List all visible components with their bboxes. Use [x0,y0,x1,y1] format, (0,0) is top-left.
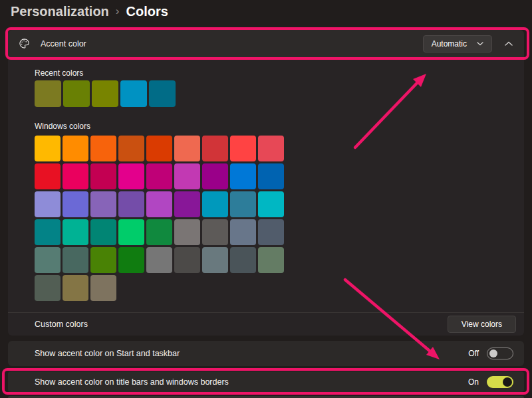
custom-colors-label: Custom colors [35,320,448,329]
color-swatch[interactable] [146,247,172,273]
expander-collapse-button[interactable] [503,38,515,50]
color-swatch[interactable] [230,247,256,273]
setting-label: Show accent color on title bars and wind… [35,377,468,387]
recent-colors-label: Recent colors [35,68,83,78]
setting-row-title-bars: Show accent color on title bars and wind… [8,371,524,392]
color-swatch[interactable] [120,80,147,107]
color-swatch[interactable] [90,136,116,161]
color-swatch[interactable] [63,219,88,245]
color-swatch[interactable] [90,247,116,273]
color-swatch[interactable] [63,275,88,301]
color-swatch[interactable] [230,219,256,245]
color-swatch[interactable] [63,163,88,189]
color-swatch[interactable] [174,191,200,217]
color-swatch[interactable] [35,275,61,301]
color-swatch[interactable] [146,136,172,161]
breadcrumb-chevron-icon: › [116,5,120,18]
color-swatch[interactable] [63,191,88,217]
accent-color-label: Accent color [41,39,423,49]
chevron-up-icon [505,41,513,46]
color-swatch[interactable] [118,163,144,189]
color-swatch[interactable] [202,191,228,217]
start-taskbar-toggle[interactable] [487,348,513,359]
color-swatch[interactable] [258,247,284,273]
color-swatch[interactable] [35,219,61,245]
accent-mode-value: Automatic [432,39,467,49]
color-swatch[interactable] [90,275,116,301]
toggle-state-label: Off [468,349,479,358]
color-swatch[interactable] [174,136,200,161]
color-swatch[interactable] [90,219,116,245]
color-swatch[interactable] [202,219,228,245]
color-swatch[interactable] [258,136,284,161]
color-swatch[interactable] [146,219,172,245]
windows-colors-label: Windows colors [35,122,90,131]
color-swatch[interactable] [149,80,176,107]
setting-row-start-taskbar: Show accent color on Start and taskbar O… [8,341,524,366]
color-swatch[interactable] [35,136,61,161]
color-swatch[interactable] [92,80,118,107]
color-swatch[interactable] [174,163,200,189]
accent-color-row[interactable]: Accent color Automatic [8,30,524,57]
windows-colors-grid [35,136,284,301]
recent-colors-row [35,80,176,107]
chevron-down-icon [477,42,483,46]
color-swatch[interactable] [230,191,256,217]
color-swatch[interactable] [35,80,61,107]
color-swatch[interactable] [202,136,228,161]
color-swatch[interactable] [63,136,88,161]
color-swatch[interactable] [118,219,144,245]
color-swatch[interactable] [258,163,284,189]
accent-color-expander: Recent colors Windows colors Custom colo… [8,60,524,336]
color-swatch[interactable] [230,136,256,161]
palette-icon [19,38,30,49]
color-swatch[interactable] [174,219,200,245]
page-title: Colors [126,4,168,19]
color-swatch[interactable] [258,219,284,245]
color-swatch[interactable] [118,247,144,273]
color-swatch[interactable] [118,136,144,161]
color-swatch[interactable] [35,163,61,189]
color-swatch[interactable] [258,191,284,217]
breadcrumb-parent[interactable]: Personalization [11,4,109,19]
toggle-state-label: On [468,377,479,387]
color-swatch[interactable] [146,163,172,189]
toggle-knob [489,349,497,357]
custom-colors-row: Custom colors View colors [8,313,524,336]
color-swatch[interactable] [118,191,144,217]
breadcrumb: Personalization › Colors [11,4,168,19]
setting-label: Show accent color on Start and taskbar [35,349,468,358]
color-swatch[interactable] [90,163,116,189]
title-bars-toggle[interactable] [487,376,513,388]
color-swatch[interactable] [90,191,116,217]
color-swatch[interactable] [35,191,61,217]
color-swatch[interactable] [63,247,88,273]
color-swatch[interactable] [202,247,228,273]
color-swatch[interactable] [202,163,228,189]
color-swatch[interactable] [146,191,172,217]
color-swatch[interactable] [35,247,61,273]
toggle-knob [503,377,512,387]
color-swatch[interactable] [230,163,256,189]
view-colors-button[interactable]: View colors [448,316,516,333]
color-swatch[interactable] [63,80,90,107]
color-swatch[interactable] [174,247,200,273]
accent-mode-dropdown[interactable]: Automatic [423,35,492,52]
